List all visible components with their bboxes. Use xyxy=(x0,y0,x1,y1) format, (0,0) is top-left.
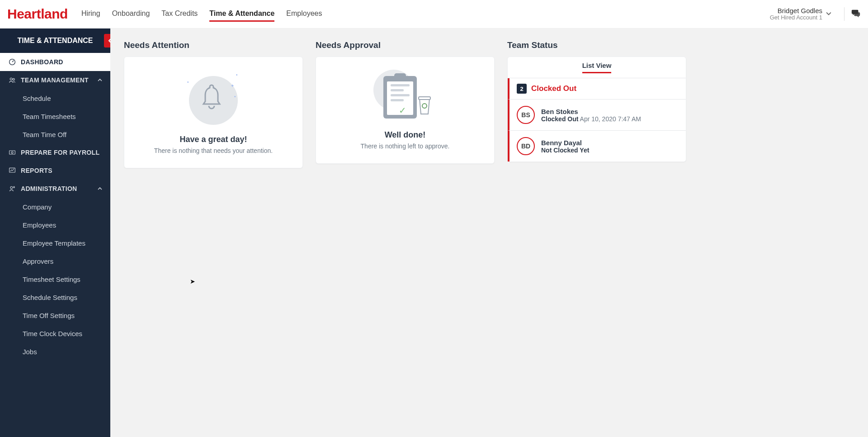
chart-icon xyxy=(8,166,16,175)
bell-icon xyxy=(202,83,222,110)
needs-approval-title: Needs Approval xyxy=(316,40,495,50)
sidebar-item-dashboard[interactable]: DASHBOARD xyxy=(0,53,110,71)
users-icon xyxy=(8,76,16,84)
user-menu[interactable]: Bridget Godles Get Hired Account 1 xyxy=(770,7,822,21)
status-group-header[interactable]: 2 Clocked Out xyxy=(508,78,686,100)
svg-point-7 xyxy=(14,187,14,188)
sidebar-title-bar: TIME & ATTENDANCE xyxy=(0,28,110,53)
sidebar-label: REPORTS xyxy=(21,167,52,174)
brand-logo: Heartland xyxy=(7,6,68,22)
sidebar-sub-company[interactable]: Company xyxy=(0,198,110,216)
svg-rect-3 xyxy=(9,151,15,154)
tab-list-view[interactable]: List View xyxy=(582,62,612,73)
needs-approval-card: ✓ Well done! There is nothing left to ap… xyxy=(316,57,495,164)
sidebar-label: ADMINISTRATION xyxy=(21,185,77,192)
team-status-tabbar: List View xyxy=(508,57,686,78)
admin-icon xyxy=(8,185,16,193)
chevron-up-icon xyxy=(98,185,102,192)
sidebar-title: TIME & ATTENDANCE xyxy=(17,37,93,45)
clipboard-icon: ✓ xyxy=(383,76,417,119)
chat-icon[interactable] xyxy=(851,8,861,20)
payroll-icon xyxy=(8,148,16,157)
avatar: BS xyxy=(517,106,535,124)
needs-attention-empty-title: Have a great day! xyxy=(133,135,293,144)
employee-status: Clocked Out Apr 10, 2020 7:47 AM xyxy=(541,115,641,123)
svg-point-2 xyxy=(13,78,14,80)
sidebar-sub-employee-templates[interactable]: Employee Templates xyxy=(0,234,110,252)
svg-point-4 xyxy=(11,152,13,153)
svg-point-6 xyxy=(10,186,13,189)
nav-tax-credits[interactable]: Tax Credits xyxy=(161,7,198,22)
top-nav: Hiring Onboarding Tax Credits Time & Att… xyxy=(81,7,322,22)
needs-attention-title: Needs Attention xyxy=(124,40,303,50)
sidebar-sub-time-off-settings[interactable]: Time Off Settings xyxy=(0,306,110,324)
needs-approval-empty-sub: There is nothing left to approve. xyxy=(325,142,485,150)
sidebar-item-administration[interactable]: ADMINISTRATION xyxy=(0,180,110,198)
check-icon: ✓ xyxy=(392,105,413,116)
sidebar: TIME & ATTENDANCE DASHBOARD TEAM MANAGEM… xyxy=(0,28,110,437)
sidebar-item-reports[interactable]: REPORTS xyxy=(0,162,110,180)
needs-attention-empty-sub: There is nothing that needs your attenti… xyxy=(133,147,293,154)
nav-onboarding[interactable]: Onboarding xyxy=(112,7,150,22)
sidebar-sub-employees[interactable]: Employees xyxy=(0,216,110,234)
nav-hiring[interactable]: Hiring xyxy=(81,7,100,22)
coffee-cup-icon xyxy=(418,95,431,115)
team-status-card: List View 2 Clocked Out BS Ben Stokes Cl… xyxy=(507,57,686,162)
sidebar-sub-team-time-off[interactable]: Team Time Off xyxy=(0,125,110,143)
sidebar-collapse-button[interactable] xyxy=(104,34,110,48)
nav-employees[interactable]: Employees xyxy=(286,7,322,22)
top-header: Heartland Hiring Onboarding Tax Credits … xyxy=(0,0,868,28)
sidebar-label: PREPARE FOR PAYROLL xyxy=(21,149,99,156)
sidebar-sub-time-clock-devices[interactable]: Time Clock Devices xyxy=(0,324,110,342)
chevron-up-icon xyxy=(98,76,102,84)
sidebar-item-team-management[interactable]: TEAM MANAGEMENT xyxy=(0,71,110,89)
employee-name: Benny Dayal xyxy=(541,139,589,147)
user-account: Get Hired Account 1 xyxy=(770,14,822,21)
sidebar-sub-timesheet-settings[interactable]: Timesheet Settings xyxy=(0,270,110,288)
svg-point-1 xyxy=(10,78,12,80)
nav-time-attendance[interactable]: Time & Attendance xyxy=(209,7,274,22)
sidebar-label: TEAM MANAGEMENT xyxy=(21,76,89,84)
needs-approval-empty-title: Well done! xyxy=(325,130,485,140)
employee-name: Ben Stokes xyxy=(541,108,641,115)
employee-row[interactable]: BS Ben Stokes Clocked Out Apr 10, 2020 7… xyxy=(508,100,686,131)
sidebar-sub-approvers[interactable]: Approvers xyxy=(0,252,110,270)
bell-illustration: • ✦ • • xyxy=(186,70,241,128)
avatar: BD xyxy=(517,137,535,155)
sidebar-item-prepare-payroll[interactable]: PREPARE FOR PAYROLL xyxy=(0,143,110,162)
team-status-title: Team Status xyxy=(507,40,686,50)
sidebar-sub-schedule[interactable]: Schedule xyxy=(0,89,110,107)
clipboard-illustration: ✓ xyxy=(373,70,437,124)
sidebar-label: DASHBOARD xyxy=(21,58,63,66)
needs-approval-column: Needs Approval ✓ xyxy=(316,40,495,168)
divider xyxy=(844,7,844,21)
sidebar-sub-schedule-settings[interactable]: Schedule Settings xyxy=(0,288,110,306)
main-content: Needs Attention • ✦ • • Have a great day… xyxy=(110,28,868,437)
sidebar-sub-team-timesheets[interactable]: Team Timesheets xyxy=(0,107,110,125)
employee-status: Not Clocked Yet xyxy=(541,147,589,154)
gauge-icon xyxy=(8,58,16,66)
status-group-label: Clocked Out xyxy=(531,84,576,93)
user-name: Bridget Godles xyxy=(770,7,822,15)
chevron-down-icon[interactable] xyxy=(826,10,831,18)
team-status-column: Team Status List View 2 Clocked Out BS B… xyxy=(507,40,686,168)
employee-row[interactable]: BD Benny Dayal Not Clocked Yet xyxy=(508,131,686,162)
sidebar-sub-jobs[interactable]: Jobs xyxy=(0,342,110,361)
svg-rect-8 xyxy=(419,97,430,100)
needs-attention-card: • ✦ • • Have a great day! There is nothi… xyxy=(124,57,303,168)
needs-attention-column: Needs Attention • ✦ • • Have a great day… xyxy=(124,40,303,168)
status-count-badge: 2 xyxy=(517,84,527,94)
